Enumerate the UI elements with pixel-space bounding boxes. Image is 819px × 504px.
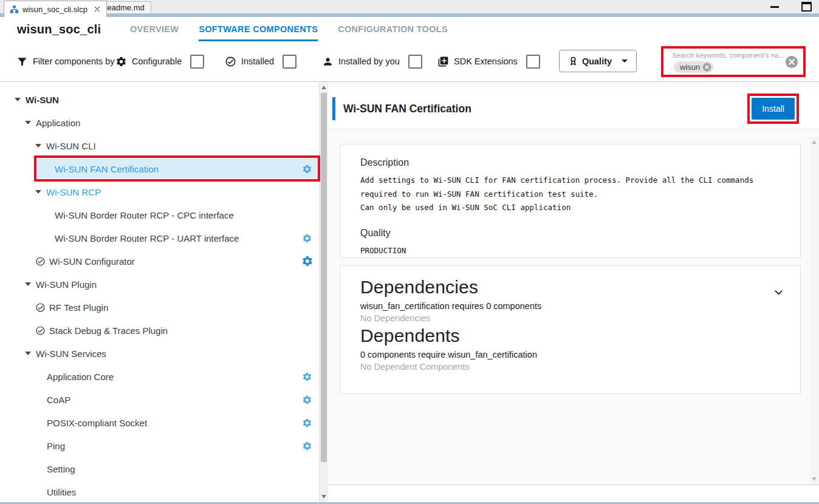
quality-heading: Quality bbox=[360, 228, 781, 239]
description-text-line: Can only be used in Wi-SUN SoC CLI appli… bbox=[360, 201, 781, 215]
gear-icon[interactable] bbox=[302, 233, 312, 243]
tree-item-wi-sun-rcp[interactable]: Wi-SUN RCP bbox=[0, 180, 319, 203]
annotation-install-button: Install bbox=[747, 94, 799, 124]
chevron-down-icon[interactable] bbox=[773, 287, 784, 298]
tree-item-wi-sun-fan-certification[interactable]: Wi-SUN FAN Certification bbox=[0, 157, 319, 180]
maximize-button[interactable] bbox=[801, 0, 812, 13]
search-placeholder: Search keywords, component's na... bbox=[672, 52, 784, 59]
tree-item-application[interactable]: Application bbox=[0, 111, 319, 134]
tree-item-br-rcp-cpc[interactable]: Wi-SUN Border Router RCP - CPC interface bbox=[0, 203, 319, 226]
minimize-button[interactable] bbox=[770, 0, 779, 13]
dependents-empty: No Dependent Components bbox=[360, 362, 781, 372]
description-heading: Description bbox=[360, 157, 781, 168]
dependencies-summary: wisun_fan_certification requires 0 compo… bbox=[360, 301, 781, 311]
tree-item-wi-sun-services[interactable]: Wi-SUN Services bbox=[0, 342, 319, 365]
tree-item-posix-compliant-socket[interactable]: POSIX-compliant Socket bbox=[0, 411, 319, 434]
annotation-search-box: Search keywords, component's na... wisun bbox=[661, 46, 806, 77]
expander-icon[interactable] bbox=[35, 190, 41, 194]
tree-item-utilities[interactable]: Utilities bbox=[0, 480, 319, 502]
dependencies-empty: No Dependencies bbox=[360, 313, 781, 323]
scroll-up-icon[interactable] bbox=[321, 86, 326, 89]
gear-icon[interactable] bbox=[302, 164, 312, 174]
filter-installed-by-you: Installed by you bbox=[322, 41, 422, 81]
sitemap-icon bbox=[10, 5, 19, 14]
app-window: wisun_soc_cli.slcp readme.md wisun_soc_c… bbox=[0, 0, 819, 504]
check-circle-icon bbox=[35, 325, 46, 336]
search-chip: wisun bbox=[674, 61, 713, 73]
library-add-icon bbox=[437, 56, 449, 67]
tab-software-components[interactable]: SOFTWARE COMPONENTS bbox=[199, 17, 318, 41]
accent-bar bbox=[332, 97, 335, 120]
dependencies-heading: Dependencies bbox=[360, 277, 781, 298]
chip-remove-icon[interactable] bbox=[702, 63, 711, 72]
filter-bar: Filter components by Configurable Instal… bbox=[0, 41, 819, 82]
tree-item-ping[interactable]: Ping bbox=[0, 434, 319, 457]
award-icon bbox=[568, 56, 578, 66]
search-input[interactable]: Search keywords, component's na... wisun bbox=[663, 49, 803, 75]
filter-bar-label: Filter components by bbox=[16, 41, 115, 81]
tree-item-setting[interactable]: Setting bbox=[0, 457, 319, 480]
check-circle-icon bbox=[225, 56, 236, 67]
tree-item-stack-debug-traces-plugin[interactable]: Stack Debug & Traces Plugin bbox=[0, 319, 319, 342]
expander-icon[interactable] bbox=[35, 144, 41, 148]
person-icon bbox=[322, 56, 334, 67]
dependents-summary: 0 components require wisun_fan_certifica… bbox=[360, 350, 781, 359]
dependencies-card: Dependencies wisun_fan_certification req… bbox=[340, 265, 801, 394]
install-button[interactable]: Install bbox=[752, 98, 795, 120]
minimize-icon bbox=[770, 5, 779, 8]
configurable-checkbox[interactable] bbox=[190, 55, 204, 69]
installed-by-you-checkbox[interactable] bbox=[408, 55, 422, 69]
page-title: wisun_soc_cli bbox=[17, 22, 101, 36]
filter-installed: Installed bbox=[225, 41, 296, 81]
gear-icon[interactable] bbox=[302, 418, 312, 428]
gear-icon[interactable] bbox=[302, 372, 312, 382]
tab-overview[interactable]: OVERVIEW bbox=[130, 17, 179, 41]
tree-item-wi-sun[interactable]: Wi-SUN bbox=[0, 88, 319, 111]
description-text-line: Add settings to Wi-SUN CLI for FAN certi… bbox=[360, 174, 781, 201]
quality-value: PRODUCTION bbox=[360, 244, 781, 258]
project-header: wisun_soc_cli OVERVIEW SOFTWARE COMPONEN… bbox=[0, 17, 819, 42]
component-tree: Wi-SUN Application Wi-SUN CLI Wi-SUN FAN… bbox=[0, 82, 319, 502]
component-title: Wi-SUN FAN Certification bbox=[343, 103, 471, 115]
check-circle-icon bbox=[35, 256, 46, 267]
tree-item-wi-sun-cli[interactable]: Wi-SUN CLI bbox=[0, 134, 319, 157]
project-tabs: OVERVIEW SOFTWARE COMPONENTS CONFIGURATI… bbox=[130, 17, 448, 41]
gear-icon bbox=[115, 56, 127, 67]
gear-icon[interactable] bbox=[302, 441, 312, 451]
filter-configurable: Configurable bbox=[115, 41, 204, 81]
search-clear-icon[interactable] bbox=[785, 55, 798, 69]
scroll-up-icon[interactable] bbox=[812, 140, 817, 144]
filter-sdk-extensions: SDK Extensions bbox=[437, 41, 540, 81]
chevron-down-icon bbox=[622, 60, 628, 63]
editor-tab-label: readme.md bbox=[105, 3, 145, 12]
gear-icon[interactable] bbox=[301, 255, 314, 267]
sdk-extensions-checkbox[interactable] bbox=[526, 55, 540, 69]
check-circle-icon bbox=[35, 302, 46, 313]
tree-item-wi-sun-plugin[interactable]: Wi-SUN Plugin bbox=[0, 273, 319, 296]
tree-item-br-rcp-uart[interactable]: Wi-SUN Border Router RCP - UART interfac… bbox=[0, 226, 319, 250]
description-card: Description Add settings to Wi-SUN CLI f… bbox=[340, 144, 801, 258]
detail-header: Wi-SUN FAN Certification Install bbox=[328, 89, 819, 129]
scroll-down-icon[interactable] bbox=[812, 477, 817, 481]
dependents-heading: Dependents bbox=[360, 325, 781, 346]
expander-icon[interactable] bbox=[15, 98, 21, 101]
tree-item-rf-test-plugin[interactable]: RF Test Plugin bbox=[0, 296, 319, 319]
gear-icon[interactable] bbox=[302, 395, 312, 405]
tree-item-wi-sun-configurator[interactable]: Wi-SUN Configurator bbox=[0, 250, 319, 273]
expander-icon[interactable] bbox=[25, 352, 31, 355]
tree-item-application-core[interactable]: Application Core bbox=[0, 365, 319, 388]
installed-checkbox[interactable] bbox=[283, 55, 296, 69]
editor-tab-label: wisun_soc_cli.slcp bbox=[22, 5, 87, 14]
editor-tab-slcp[interactable]: wisun_soc_cli.slcp bbox=[4, 1, 107, 17]
scrollbar-thumb[interactable] bbox=[321, 93, 327, 462]
scroll-down-icon[interactable] bbox=[321, 495, 326, 499]
tab-configuration-tools[interactable]: CONFIGURATION TOOLS bbox=[338, 17, 448, 41]
quality-dropdown[interactable]: Quality bbox=[559, 50, 637, 72]
detail-footer-strip bbox=[328, 485, 819, 502]
tree-scrollbar[interactable] bbox=[319, 82, 328, 502]
close-icon[interactable] bbox=[94, 5, 101, 13]
expander-icon[interactable] bbox=[25, 121, 31, 124]
tree-item-coap[interactable]: CoAP bbox=[0, 388, 319, 411]
detail-scrollbar[interactable] bbox=[810, 137, 819, 485]
expander-icon[interactable] bbox=[25, 282, 31, 286]
